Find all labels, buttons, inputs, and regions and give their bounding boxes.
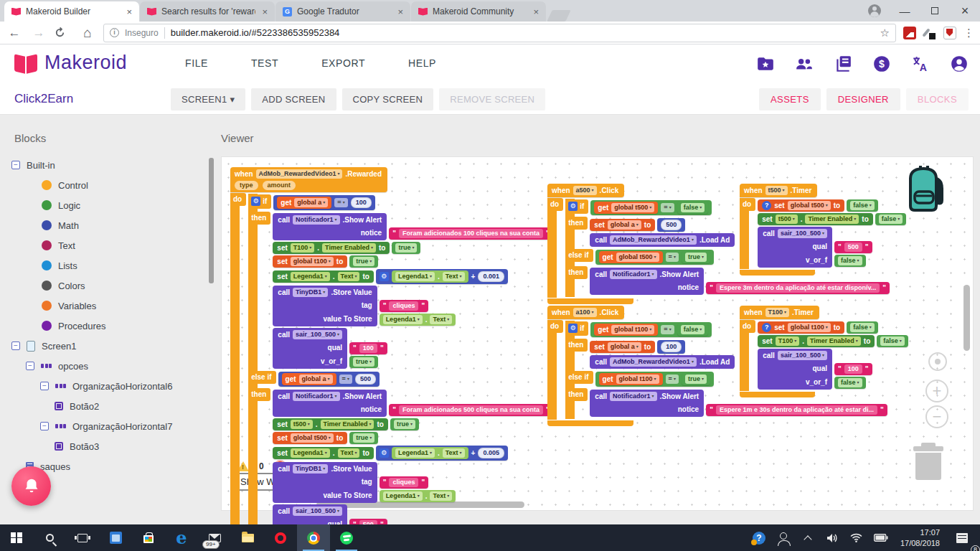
- logic-boolean-block[interactable]: false▾: [677, 324, 709, 336]
- dropdown-pill[interactable]: =▾: [666, 253, 679, 262]
- call-block[interactable]: callNotificador1▾.Show Alertnotice"Foram…: [273, 213, 552, 240]
- logic-compare-block[interactable]: getglobal t100▾=▾true▾: [595, 372, 714, 387]
- collapse-minus-icon[interactable]: −: [26, 362, 34, 370]
- tree-item-control[interactable]: Control: [0, 175, 215, 195]
- call-block-head[interactable]: callAdMob_RewardedVideo1▾.Load Ad: [590, 233, 735, 247]
- dropdown-pill[interactable]: global a▾: [608, 220, 641, 230]
- property-getter-block[interactable]: Legenda1▾.Text▾: [392, 447, 468, 459]
- string-value[interactable]: Espere 3m dentro da aplicação até estar …: [716, 283, 880, 293]
- logic-boolean-block[interactable]: true▾: [390, 418, 419, 430]
- string-value[interactable]: cliques: [389, 301, 418, 311]
- tab-makeroid-builder[interactable]: Makeroid Builder ×: [4, 1, 139, 22]
- math-operation-block[interactable]: getglobal a▾=▾100: [273, 195, 374, 210]
- dropdown-pill[interactable]: =▾: [666, 375, 679, 384]
- tab-makeroid-community[interactable]: Makeroid Community ×: [411, 1, 546, 22]
- event-block-head[interactable]: whena500▾.Click: [547, 184, 624, 197]
- dropdown-pill[interactable]: Text▾: [430, 315, 452, 324]
- property-getter-block[interactable]: Legenda1▾.Text▾: [380, 490, 456, 502]
- tree-item-screen1[interactable]: −Screen1: [0, 336, 215, 356]
- menu-file[interactable]: FILE: [185, 57, 208, 69]
- component-set-block[interactable]: setLegenda1▾.Text▾to: [273, 447, 374, 459]
- value-field[interactable]: 100: [351, 197, 372, 208]
- gear-icon[interactable]: ⚙: [380, 272, 389, 281]
- variable-set-block[interactable]: setglobal a▾to: [590, 341, 655, 353]
- dropdown-pill[interactable]: false▾: [850, 201, 875, 210]
- dropdown-pill[interactable]: t500▾: [765, 186, 788, 195]
- project-folder-icon[interactable]: [756, 55, 775, 73]
- tree-item-logic[interactable]: Logic: [0, 195, 215, 215]
- value-field[interactable]: 0.001: [478, 271, 504, 282]
- call-block[interactable]: callNotificador1▾.Show Alertnotice"Foram…: [273, 390, 552, 417]
- account-icon[interactable]: [950, 55, 969, 73]
- dropdown-pill[interactable]: Legenda1▾: [383, 315, 423, 324]
- dropdown-pill[interactable]: Legenda1▾: [291, 448, 330, 458]
- dropdown-pill[interactable]: T100▾: [765, 308, 790, 317]
- tree-item-text[interactable]: Text: [0, 235, 215, 255]
- text-string-block[interactable]: "Espere 3m dentro da aplicação até estar…: [706, 282, 890, 294]
- dropdown-pill[interactable]: true▾: [353, 433, 374, 443]
- variable-get-block[interactable]: getglobal a▾: [277, 197, 331, 209]
- tree-item-organiza-ohorizontal7[interactable]: −OrganizaçãoHorizontal7: [0, 416, 215, 436]
- dropdown-pill[interactable]: Timer Enabled▾: [321, 420, 374, 429]
- menu-help[interactable]: HELP: [408, 57, 436, 69]
- dropdown-pill[interactable]: a500▾: [573, 186, 597, 195]
- dropdown-pill[interactable]: Text▾: [338, 272, 360, 281]
- dropdown-pill[interactable]: Text▾: [443, 272, 465, 281]
- mail-icon[interactable]: 99+: [198, 524, 231, 551]
- dropdown-pill[interactable]: true▾: [353, 257, 374, 266]
- dropdown-pill[interactable]: Timer Enabled▾: [322, 243, 376, 253]
- dropdown-pill[interactable]: global a▾: [608, 342, 641, 352]
- component-set-block[interactable]: sett500▾.Timer Enabled▾to: [273, 418, 388, 430]
- dropdown-pill[interactable]: Timer Enabled▾: [807, 336, 861, 346]
- dropdown-pill[interactable]: t500▾: [291, 420, 313, 429]
- action-center-icon[interactable]: 8: [948, 524, 976, 551]
- call-block-head[interactable]: callsair_100_500▾: [758, 349, 832, 362]
- logic-boolean-block[interactable]: true▾: [682, 251, 710, 263]
- call-block[interactable]: callTinyDB1▾.Store Valuetag"cliques"valu…: [273, 462, 456, 503]
- text-string-block[interactable]: "500": [834, 241, 872, 253]
- dropdown-pill[interactable]: T100▾: [291, 243, 315, 253]
- gear-icon[interactable]: ⚙: [568, 202, 578, 211]
- call-block-head[interactable]: callTinyDB1▾.Store Value: [273, 286, 377, 299]
- value-field[interactable]: 100: [661, 342, 682, 352]
- logic-compare-block[interactable]: getglobal t100▾=▾false▾: [590, 322, 712, 337]
- logic-compare-block[interactable]: getglobal t500▾=▾true▾: [595, 250, 714, 265]
- text-string-block[interactable]: "Foram adicionados 500 cliques na sua co…: [389, 404, 553, 416]
- property-getter-block[interactable]: Legenda1▾.Text▾: [380, 314, 456, 326]
- warning-question-icon[interactable]: ?: [762, 323, 771, 332]
- call-block-head[interactable]: callTinyDB1▾.Store Value: [273, 462, 377, 476]
- logic-boolean-block[interactable]: false▾: [677, 202, 709, 214]
- help-tray-icon[interactable]: ?: [748, 524, 770, 551]
- dropdown-pill[interactable]: global t500▾: [611, 203, 654, 212]
- event-block-T100-timer[interactable]: whenT100▾.Timerdo?setglobal t100▾tofalse…: [740, 306, 908, 397]
- file-explorer-icon[interactable]: [231, 524, 264, 551]
- event-param-pill[interactable]: type: [235, 181, 258, 190]
- dropdown-pill[interactable]: Text▾: [443, 448, 465, 458]
- designer-button[interactable]: DESIGNER: [826, 88, 900, 110]
- component-set-block[interactable]: sett500▾.Timer Enabled▾to: [758, 213, 873, 225]
- gear-icon[interactable]: ⚙: [380, 448, 389, 458]
- dropdown-pill[interactable]: Legenda1▾: [395, 448, 435, 458]
- zoom-center-button[interactable]: [928, 352, 947, 371]
- tree-item-bot-o2[interactable]: Botão2: [0, 396, 215, 416]
- call-block[interactable]: callAdMob_RewardedVideo1▾.Load Ad: [590, 233, 735, 247]
- math-operation-block[interactable]: getglobal a▾=▾500: [278, 372, 380, 387]
- bookmark-star-icon[interactable]: ☆: [880, 27, 890, 39]
- home-icon[interactable]: ⌂: [79, 25, 96, 41]
- logic-boolean-block[interactable]: true▾: [349, 356, 378, 368]
- library-icon[interactable]: [834, 55, 852, 73]
- call-block[interactable]: callTinyDB1▾.Store Valuetag"cliques"valu…: [273, 286, 456, 326]
- dropdown-pill[interactable]: a100▾: [573, 308, 597, 317]
- dropdown-pill[interactable]: global t100▾: [616, 375, 659, 384]
- dropdown-pill[interactable]: global t500▾: [616, 253, 659, 262]
- gear-icon[interactable]: ⚙: [251, 197, 260, 206]
- call-block[interactable]: callsair_100_500▾qual"100"v_or_ffalse▾: [758, 349, 872, 390]
- tree-item-colors[interactable]: Colors: [0, 276, 215, 296]
- backpack-icon[interactable]: [900, 164, 949, 216]
- opera-icon[interactable]: [264, 524, 297, 551]
- window-restore-button[interactable]: [920, 0, 950, 22]
- logic-compare-block[interactable]: getglobal t500▾=▾false▾: [590, 200, 712, 215]
- call-block-head[interactable]: callsair_100_500▾: [273, 504, 347, 518]
- dropdown-pill[interactable]: true▾: [395, 243, 417, 253]
- notification-bell-button[interactable]: [11, 466, 51, 506]
